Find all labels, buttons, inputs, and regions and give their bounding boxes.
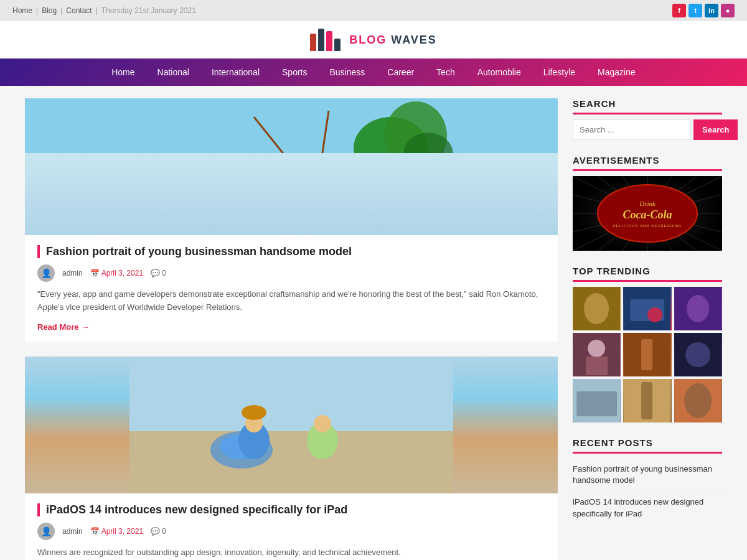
- search-input[interactable]: [573, 119, 691, 140]
- article-2-excerpt: Winners are recognized for outstanding a…: [37, 546, 545, 559]
- arrow-right-icon: →: [81, 322, 89, 332]
- svg-rect-57: [641, 339, 652, 370]
- nav-automoblie[interactable]: Automoblie: [466, 58, 532, 86]
- comment-icon: 💬: [151, 269, 160, 278]
- ads-title: AVERTISEMENTS: [573, 155, 722, 171]
- logo-bar-1: [310, 34, 316, 51]
- article-1-hero-image: [25, 98, 558, 235]
- svg-point-11: [303, 158, 317, 173]
- logo-bar-3: [326, 31, 332, 51]
- svg-point-52: [687, 295, 709, 322]
- ads-section: AVERTISEMENTS: [573, 155, 722, 251]
- recent-posts-section: RECENT POSTS Fashion portrait of young b…: [573, 437, 722, 525]
- top-bar-left: Home | Blog | Contact | Thursday 21st Ja…: [12, 6, 196, 15]
- twitter-icon[interactable]: t: [688, 4, 702, 17]
- article-2-meta: 👤 admin 📅 April 3, 2021 💬 0: [37, 523, 545, 540]
- sidebar: SEARCH Search AVERTISEMENTS: [573, 98, 722, 560]
- trending-section: TOP TRENDING: [573, 266, 722, 422]
- logo-icon: [310, 29, 341, 51]
- article-card-2: iPadOS 14 introduces new designed specif…: [25, 357, 558, 560]
- article-1-date: 📅 April 3, 2021: [90, 269, 143, 278]
- social-icons: f t in ●: [672, 4, 735, 17]
- trending-item-2[interactable]: [623, 287, 671, 330]
- svg-point-47: [584, 293, 609, 324]
- nav-national[interactable]: National: [146, 58, 200, 86]
- trending-item-1[interactable]: [573, 287, 621, 330]
- comment-icon-2: 💬: [151, 527, 160, 536]
- article-1-title[interactable]: Fashion portrait of young businessman ha…: [37, 245, 545, 258]
- logo-text: BLOG WAVES: [349, 34, 437, 47]
- trending-item-9[interactable]: [674, 379, 722, 422]
- nav-business[interactable]: Business: [318, 58, 376, 86]
- svg-text:DELICIOUS AND REFRESHING: DELICIOUS AND REFRESHING: [613, 224, 682, 228]
- top-bar: Home | Blog | Contact | Thursday 21st Ja…: [0, 0, 747, 21]
- logo-area: BLOG WAVES: [0, 21, 747, 58]
- article-1-body: Fashion portrait of young businessman ha…: [25, 235, 558, 342]
- article-1-author: admin: [62, 269, 83, 278]
- calendar-icon: 📅: [90, 269, 100, 278]
- svg-point-59: [685, 342, 710, 367]
- search-bar: Search: [573, 119, 722, 140]
- facebook-icon[interactable]: f: [672, 4, 686, 17]
- article-2-date: 📅 April 3, 2021: [90, 527, 143, 536]
- article-2-author: admin: [62, 527, 83, 536]
- search-title: SEARCH: [573, 98, 722, 114]
- article-1-comments: 💬 0: [151, 269, 166, 278]
- calendar-icon-2: 📅: [90, 527, 100, 536]
- svg-point-50: [647, 307, 662, 322]
- svg-rect-61: [576, 391, 617, 416]
- trending-item-8[interactable]: [623, 379, 671, 422]
- logo-text-span: BLOG: [349, 34, 387, 46]
- nav-career[interactable]: Career: [376, 58, 425, 86]
- svg-rect-6: [378, 161, 385, 210]
- content-area: Fashion portrait of young businessman ha…: [25, 98, 558, 560]
- date-label: Thursday 21st January 2021: [101, 6, 196, 15]
- svg-rect-13: [129, 431, 453, 493]
- article-2-hero-image: [25, 357, 558, 493]
- svg-point-18: [242, 405, 266, 420]
- blog-link[interactable]: Blog: [42, 6, 57, 15]
- ad-block: Drink Coca-Cola DELICIOUS AND REFRESHING: [573, 176, 722, 251]
- nav-tech[interactable]: Tech: [425, 58, 466, 86]
- svg-rect-9: [285, 195, 335, 200]
- article-1-avatar: 👤: [37, 264, 55, 282]
- article-card-1: Fashion portrait of young businessman ha…: [25, 98, 558, 342]
- article-2-comments: 💬 0: [151, 527, 166, 536]
- recent-post-2[interactable]: iPadOS 14 introduces new designed specif…: [573, 492, 722, 524]
- svg-point-20: [314, 415, 331, 432]
- trending-item-4[interactable]: [573, 333, 621, 376]
- nav-home[interactable]: Home: [100, 58, 146, 86]
- recent-posts-title: RECENT POSTS: [573, 437, 722, 454]
- svg-rect-55: [586, 357, 608, 375]
- article-1-meta: 👤 admin 📅 April 3, 2021 💬 0: [37, 264, 545, 282]
- instagram-icon[interactable]: ●: [721, 4, 735, 17]
- search-section: SEARCH Search: [573, 98, 722, 140]
- svg-rect-1: [129, 161, 453, 235]
- article-2-title[interactable]: iPadOS 14 introduces new designed specif…: [37, 503, 545, 516]
- nav-international[interactable]: International: [200, 58, 271, 86]
- nav-sports[interactable]: Sports: [271, 58, 318, 86]
- svg-point-65: [684, 383, 712, 418]
- svg-point-5: [403, 133, 453, 176]
- home-link[interactable]: Home: [12, 6, 32, 15]
- nav-lifestyle[interactable]: Lifestyle: [532, 58, 586, 86]
- recent-post-1[interactable]: Fashion portrait of young businessman ha…: [573, 459, 722, 492]
- trending-grid: [573, 287, 722, 422]
- trending-item-7[interactable]: [573, 379, 621, 422]
- trending-item-5[interactable]: [623, 333, 671, 376]
- linkedin-icon[interactable]: in: [705, 4, 718, 17]
- svg-point-10: [298, 164, 322, 195]
- trending-item-3[interactable]: [674, 287, 722, 330]
- nav-magazine[interactable]: Magazine: [586, 58, 647, 86]
- trending-title: TOP TRENDING: [573, 266, 722, 282]
- contact-link[interactable]: Contact: [66, 6, 92, 15]
- main-nav: Home National International Sports Busin…: [0, 58, 747, 86]
- svg-rect-2: [129, 195, 453, 235]
- article-2-avatar: 👤: [37, 523, 55, 540]
- search-button[interactable]: Search: [693, 119, 738, 140]
- trending-item-6[interactable]: [674, 333, 722, 376]
- article-1-read-more[interactable]: Read More →: [37, 322, 89, 332]
- logo-bar-2: [318, 29, 324, 51]
- svg-rect-63: [641, 382, 652, 419]
- svg-text:Drink: Drink: [639, 200, 656, 207]
